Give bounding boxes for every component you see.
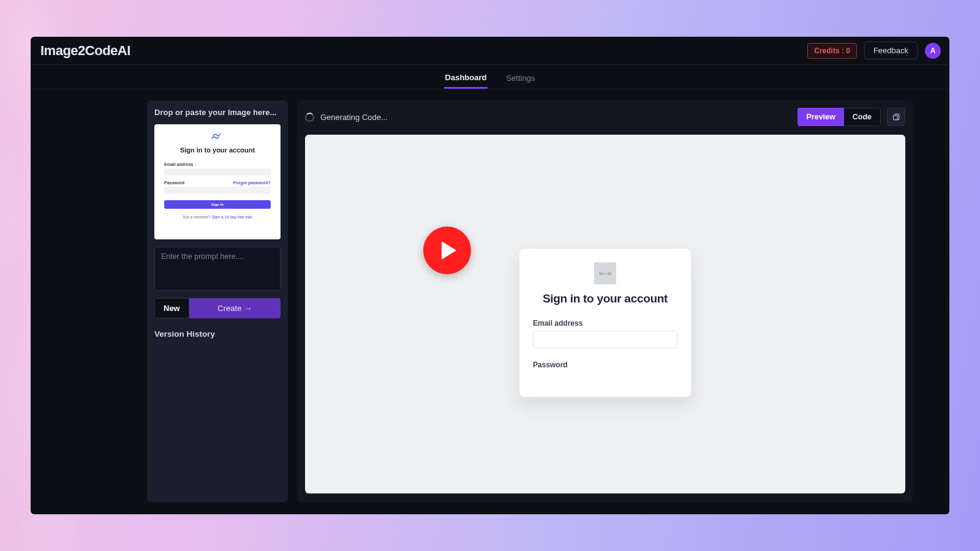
thumb-forgot-link: Forgot password? <box>233 181 271 185</box>
clipboard-icon <box>892 113 900 121</box>
output-panel: Generating Code... Preview Code <box>298 100 913 502</box>
thumb-signin-button: Sign in <box>164 200 271 209</box>
preview-email-label: Email address <box>533 319 677 328</box>
spinner-icon <box>305 113 314 122</box>
preview-title: Sign in to your account <box>533 292 677 305</box>
view-toggle: Preview Code <box>797 108 881 126</box>
play-icon[interactable] <box>423 227 471 274</box>
app-body: Drop or paste your Image here... Sign in… <box>31 89 949 514</box>
preview-email-input[interactable] <box>533 331 677 348</box>
app-window: Image2CodeAI Credits : 0 Feedback A Dash… <box>31 37 949 514</box>
code-tab-button[interactable]: Code <box>844 108 881 126</box>
feedback-button[interactable]: Feedback <box>864 42 918 59</box>
drop-zone-label: Drop or paste your Image here... <box>154 108 281 117</box>
preview-logo-placeholder: 50 × 50 <box>594 263 616 285</box>
output-toolbar: Generating Code... Preview Code <box>305 108 905 126</box>
avatar[interactable]: A <box>925 43 941 59</box>
prompt-input[interactable]: Enter the prompt here.... <box>154 247 281 291</box>
tab-dashboard[interactable]: Dashboard <box>444 73 488 89</box>
thumb-footer: Not a member? Start a 14 day free trial <box>183 215 252 219</box>
preview-password-label: Password <box>533 361 677 369</box>
main-tabs: Dashboard Settings <box>31 65 949 89</box>
output-actions: Preview Code <box>797 108 905 126</box>
preview-tab-button[interactable]: Preview <box>797 108 843 126</box>
thumb-password-label: Password <box>164 181 184 185</box>
app-logo: Image2CodeAI <box>40 43 130 59</box>
credits-badge[interactable]: Credits : 0 <box>807 43 857 59</box>
thumb-email-label: Email address <box>164 162 193 167</box>
thumb-password-input <box>164 187 271 194</box>
tailwind-logo-icon <box>211 132 224 140</box>
header-actions: Credits : 0 Feedback A <box>807 42 941 59</box>
create-button[interactable]: Create → <box>189 298 281 318</box>
app-header: Image2CodeAI Credits : 0 Feedback A <box>31 37 949 65</box>
uploaded-image-thumbnail[interactable]: Sign in to your account Email address Pa… <box>154 124 281 239</box>
arrow-right-icon: → <box>244 304 252 313</box>
generation-status: Generating Code... <box>305 113 388 122</box>
copy-button[interactable] <box>887 108 905 126</box>
new-button[interactable]: New <box>154 298 189 318</box>
version-history-heading: Version History <box>154 329 281 339</box>
status-text: Generating Code... <box>320 113 388 122</box>
svg-rect-1 <box>893 116 897 120</box>
thumb-email-input <box>164 168 271 176</box>
preview-canvas: 50 × 50 Sign in to your account Email ad… <box>305 135 905 493</box>
create-button-label: Create <box>217 304 241 313</box>
tab-settings[interactable]: Settings <box>505 73 536 89</box>
action-buttons: New Create → <box>154 298 281 318</box>
thumb-title: Sign in to your account <box>180 146 255 154</box>
preview-signin-card: 50 × 50 Sign in to your account Email ad… <box>519 249 691 397</box>
input-panel: Drop or paste your Image here... Sign in… <box>147 100 288 502</box>
